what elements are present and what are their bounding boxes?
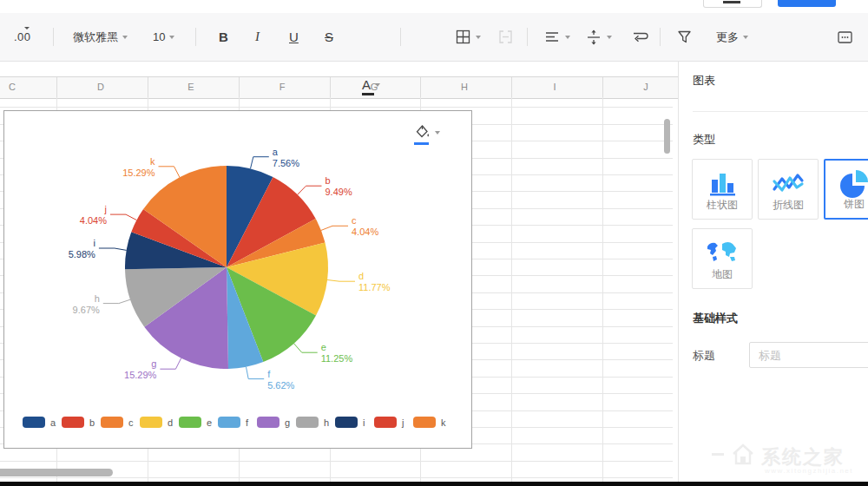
pie-chart[interactable]: a7.56%b9.49%c4.04%d11.77%e11.25%f5.62%g1… — [4, 111, 471, 448]
chevron-down-icon — [435, 131, 440, 135]
legend-item-e[interactable]: e — [179, 417, 212, 428]
legend-label: f — [246, 417, 248, 428]
decimal-format-label: .00 — [14, 30, 31, 43]
pie-label: 4.04% — [80, 215, 107, 226]
italic-button[interactable]: I — [255, 13, 260, 61]
pie-label: 15.29% — [124, 370, 157, 380]
pie-label-line — [294, 344, 318, 353]
pie-label: 15.29% — [122, 167, 155, 178]
toolbar-separator — [527, 28, 528, 46]
more-label: 更多 — [716, 30, 739, 45]
italic-label: I — [255, 30, 260, 44]
chart-type-label: 饼图 — [825, 197, 868, 212]
pie-label: k — [150, 156, 155, 167]
font-family-dropdown[interactable]: 微软雅黑 — [73, 13, 128, 61]
paint-bucket-icon — [414, 124, 431, 141]
pie-label-line — [110, 214, 136, 220]
pie-label-line — [160, 358, 181, 370]
filter-button[interactable] — [676, 13, 693, 61]
column-header-E[interactable]: E — [187, 82, 194, 92]
pie-label: d — [358, 271, 364, 281]
legend-label: d — [168, 417, 173, 428]
legend-swatch — [62, 417, 84, 428]
legend-swatch — [296, 417, 319, 428]
font-color-swatch — [362, 93, 374, 95]
strikethrough-label: S — [325, 30, 333, 44]
borders-icon — [455, 29, 471, 45]
pie-label-line — [327, 280, 355, 282]
legend-swatch — [140, 417, 162, 428]
font-color-button[interactable]: A — [362, 61, 868, 108]
cutoff-white-button[interactable] — [703, 0, 762, 8]
legend-label: k — [441, 417, 446, 428]
borders-button[interactable] — [455, 13, 481, 61]
chart-type-card-pie-selected[interactable]: 饼图 — [824, 159, 868, 220]
legend-swatch — [179, 417, 201, 428]
legend-item-f[interactable]: f — [218, 417, 248, 428]
legend-item-i[interactable]: i — [335, 417, 365, 428]
legend-swatch — [23, 417, 45, 428]
vertical-align-icon — [585, 29, 602, 46]
strikethrough-button[interactable]: S — [325, 13, 333, 61]
legend-item-a[interactable]: a — [23, 417, 56, 428]
chart-type-card-map[interactable]: 地图 — [692, 228, 753, 289]
chart-type-card-bar[interactable]: 柱状图 — [692, 159, 753, 220]
wrap-text-button[interactable] — [631, 13, 650, 61]
pie-label: j — [104, 204, 107, 214]
chevron-down-icon — [607, 36, 612, 39]
fill-color-button[interactable] — [414, 108, 868, 156]
bold-label: B — [219, 30, 228, 44]
column-header-D[interactable]: D — [97, 82, 104, 92]
font-size-dropdown[interactable]: 10 — [153, 13, 174, 61]
horizontal-scrollbar[interactable] — [0, 469, 113, 476]
cutoff-blue-button[interactable] — [778, 0, 836, 7]
chart-title-input[interactable] — [749, 342, 868, 368]
chevron-down-icon — [122, 36, 128, 39]
legend-swatch — [257, 417, 279, 428]
legend-swatch — [374, 417, 397, 428]
pie-label: a — [273, 147, 279, 157]
chevron-down-icon — [375, 83, 380, 87]
bold-button[interactable]: B — [219, 13, 228, 61]
legend-item-d[interactable]: d — [140, 417, 173, 428]
pie-label-line — [99, 248, 127, 250]
legend-label: c — [128, 417, 134, 428]
legend-swatch — [101, 417, 123, 428]
pie-label: 5.62% — [267, 380, 294, 391]
horizontal-align-button[interactable] — [543, 13, 570, 61]
pie-label-line — [321, 226, 348, 230]
pie-label: 11.25% — [321, 353, 353, 364]
toolbar-separator — [660, 28, 661, 46]
underline-button[interactable]: U — [289, 13, 299, 61]
toolbar-separator — [53, 28, 54, 46]
map-icon — [703, 236, 741, 269]
top-strip — [0, 0, 868, 13]
comment-button[interactable] — [836, 13, 854, 61]
legend-item-g[interactable]: g — [257, 417, 290, 428]
font-color-label: A — [362, 77, 371, 92]
legend-swatch — [218, 417, 240, 428]
pie-label-line — [298, 186, 322, 194]
column-header-C[interactable]: C — [9, 82, 16, 92]
more-button[interactable]: 更多 — [716, 13, 748, 61]
pie-label: 9.67% — [73, 305, 100, 315]
legend-label: h — [324, 417, 329, 428]
style-section-label: 基础样式 — [693, 311, 738, 326]
pie-label-line — [103, 299, 130, 303]
legend-item-h[interactable]: h — [296, 417, 329, 428]
legend-item-j[interactable]: j — [374, 417, 404, 428]
vertical-align-button[interactable] — [585, 13, 612, 61]
column-header-F[interactable]: F — [279, 82, 286, 92]
chart-type-card-line[interactable]: 折线图 — [758, 159, 819, 220]
fill-color-swatch — [414, 142, 429, 145]
pie-label: 9.49% — [326, 187, 352, 197]
legend-item-k[interactable]: k — [413, 417, 446, 428]
legend-item-b[interactable]: b — [62, 417, 95, 428]
legend-swatch — [413, 417, 436, 428]
font-family-value: 微软雅黑 — [73, 30, 118, 45]
legend-item-c[interactable]: c — [101, 417, 134, 428]
merge-cells-icon — [497, 29, 514, 45]
chart-object[interactable]: a7.56%b9.49%c4.04%d11.77%e11.25%f5.62%g1… — [3, 110, 472, 449]
pie-label: 11.77% — [358, 282, 391, 292]
toolbar-separator — [195, 28, 196, 46]
